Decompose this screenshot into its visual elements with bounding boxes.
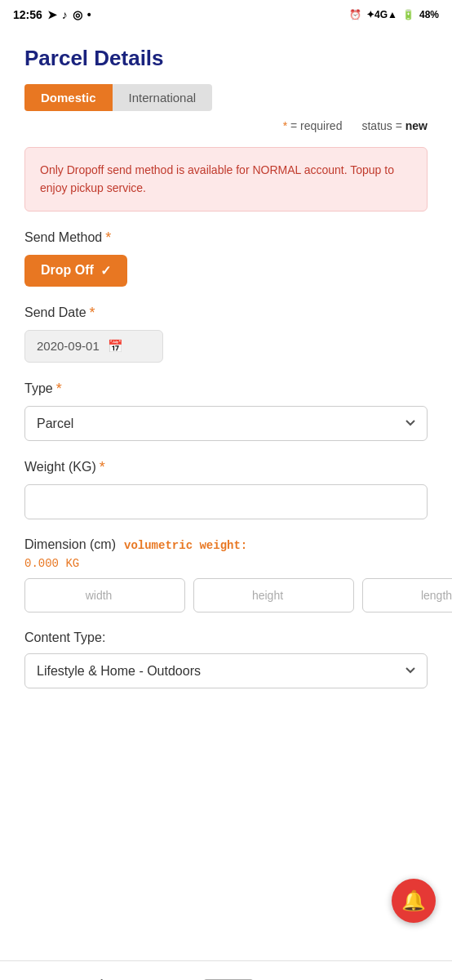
required-label: * = required xyxy=(283,119,343,132)
tab-international[interactable]: International xyxy=(113,84,213,111)
send-date-section: Send Date * 2020-09-01 📅 xyxy=(24,305,428,363)
bottom-nav: ‹ xyxy=(0,960,452,980)
tiktok-icon: ♪ xyxy=(62,8,68,21)
status-bar: 12:56 ➤ ♪ ◎ • ⏰ ✦4G▲ 🔋 48% xyxy=(0,0,452,29)
weight-required: * xyxy=(100,459,105,476)
send-method-section: Send Method * Drop Off ✓ xyxy=(24,229,428,287)
dimension-label-row: Dimension (cm) volumetric weight: xyxy=(24,537,428,552)
navigation-icon: ➤ xyxy=(47,8,57,21)
content-type-select[interactable]: Lifestyle & Home - Outdoors Electronics … xyxy=(24,653,428,688)
status-label: status = new xyxy=(361,119,428,132)
bell-icon: 🔔 xyxy=(401,889,426,912)
content-type-label: Content Type: xyxy=(24,630,428,645)
volumetric-value: 0.000 KG xyxy=(24,557,428,570)
send-date-required: * xyxy=(90,305,95,322)
volumetric-label[interactable]: volumetric weight: xyxy=(124,539,247,552)
alert-box: Only Dropoff send method is available fo… xyxy=(24,147,428,212)
alarm-icon: ⏰ xyxy=(349,9,361,20)
alert-message: Only Dropoff send method is available fo… xyxy=(40,163,394,194)
required-star: * xyxy=(283,119,287,132)
status-value: new xyxy=(405,119,428,132)
tab-domestic[interactable]: Domestic xyxy=(24,84,113,111)
length-input[interactable] xyxy=(362,578,452,612)
dropoff-label: Drop Off xyxy=(41,263,94,278)
time-display: 12:56 xyxy=(13,8,42,21)
calendar-icon: 📅 xyxy=(108,339,123,354)
dimension-inputs xyxy=(24,578,428,612)
notification-fab[interactable]: 🔔 xyxy=(392,879,436,923)
tab-row: Domestic International xyxy=(24,84,428,111)
battery-icon: 🔋 xyxy=(402,9,414,20)
weight-input[interactable] xyxy=(24,484,428,519)
type-label: Type * xyxy=(24,381,428,398)
meta-row: * = required status = new xyxy=(24,119,428,132)
send-date-label: Send Date * xyxy=(24,305,428,322)
status-bar-right: ⏰ ✦4G▲ 🔋 48% xyxy=(349,9,439,20)
back-button[interactable]: ‹ xyxy=(98,972,104,980)
send-method-required: * xyxy=(105,229,111,247)
page-title: Parcel Details xyxy=(24,46,428,71)
weight-section: Weight (KG) * xyxy=(24,459,428,519)
type-section: Type * Parcel Document Pallet xyxy=(24,381,428,441)
status-bar-left: 12:56 ➤ ♪ ◎ • xyxy=(13,8,91,21)
battery-percent: 48% xyxy=(419,9,439,20)
dimension-label: Dimension (cm) xyxy=(24,537,116,552)
content-area: Parcel Details Domestic International * … xyxy=(0,29,452,960)
width-input[interactable] xyxy=(24,578,185,612)
send-method-label: Send Method * xyxy=(24,229,428,247)
dot-icon: • xyxy=(87,8,91,21)
content-type-section: Content Type: Lifestyle & Home - Outdoor… xyxy=(24,630,428,688)
type-select[interactable]: Parcel Document Pallet xyxy=(24,406,428,441)
type-required: * xyxy=(56,381,62,398)
date-picker[interactable]: 2020-09-01 📅 xyxy=(24,330,163,363)
signal-icon: ✦4G▲ xyxy=(366,9,397,20)
height-input[interactable] xyxy=(193,578,354,612)
dimension-section: Dimension (cm) volumetric weight: 0.000 … xyxy=(24,537,428,612)
date-value: 2020-09-01 xyxy=(37,339,100,353)
checkmark-icon: ✓ xyxy=(100,263,111,278)
instagram-icon: ◎ xyxy=(73,8,82,21)
weight-label: Weight (KG) * xyxy=(24,459,428,476)
dropoff-button[interactable]: Drop Off ✓ xyxy=(24,255,127,287)
